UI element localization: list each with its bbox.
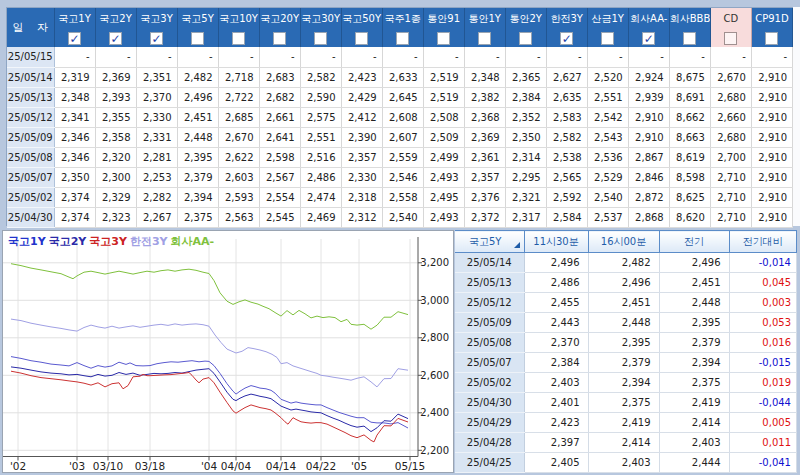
- rate-cell: 2,710: [710, 167, 751, 187]
- quote-table-body: 25/05/142,4962,4822,496-0,01425/05/132,4…: [455, 253, 797, 473]
- checkbox-국고1Y[interactable]: ✓: [68, 32, 81, 45]
- checkbox-국고50Y[interactable]: [355, 32, 368, 45]
- rate-cell: 2,448: [177, 127, 218, 147]
- checkbox-국고2Y[interactable]: ✓: [109, 32, 122, 45]
- rate-cell: 2,582: [546, 127, 587, 147]
- rate-cell: 2,551: [587, 87, 628, 107]
- rate-cell: -: [54, 47, 95, 67]
- chart-y-tick-label: 3,200: [420, 257, 449, 268]
- rate-cell: -: [505, 47, 546, 67]
- rate-cell: 2,374: [54, 207, 95, 227]
- checkbox-통안91[interactable]: [437, 32, 450, 45]
- column-header-국고30Y[interactable]: 국고30Y: [300, 8, 341, 29]
- quote-row: 25/04/252,4052,4032,444-0,041: [455, 453, 797, 473]
- rate-cell: 2,910: [751, 207, 792, 227]
- quote-change-cell: -0,044: [729, 393, 797, 413]
- rate-cell: 2,330: [136, 107, 177, 127]
- checkbox-통안1Y[interactable]: [478, 32, 491, 45]
- rate-cell: 2,384: [505, 87, 546, 107]
- checkbox-국고10Y[interactable]: [232, 32, 245, 45]
- column-header-국고2Y[interactable]: 국고2Y: [95, 8, 136, 29]
- rate-cell: 2,685: [218, 107, 259, 127]
- column-header-회사AA-[interactable]: 회사AA-: [628, 8, 669, 29]
- column-header-회사BBB-[interactable]: 회사BBB-: [669, 8, 710, 29]
- checkbox-CD[interactable]: [724, 32, 737, 45]
- table-row: 25/05/132,3482,3932,3702,4962,7222,6822,…: [7, 87, 793, 107]
- chart-x-tick-label: '04: [201, 460, 218, 472]
- checkbox-국주1종[interactable]: [396, 32, 409, 45]
- rate-cell: 2,670: [710, 67, 751, 87]
- column-header-통안1Y[interactable]: 통안1Y: [464, 8, 505, 29]
- yield-chart-panel: 2,2002,4002,6002,8003,0003,200'02'0303/1…: [2, 230, 454, 473]
- rate-cell: 2,592: [546, 187, 587, 207]
- chart-x-tick-label: 04/04: [221, 460, 252, 472]
- checkbox-회사AA-[interactable]: ✓: [642, 32, 655, 45]
- rate-cell: 2,722: [218, 87, 259, 107]
- quote-1130-cell: 2,486: [524, 273, 588, 293]
- quote-date-cell: 25/04/28: [455, 433, 524, 453]
- rate-cell: 2,451: [177, 107, 218, 127]
- quote-header-4: 전기대비: [729, 231, 797, 253]
- column-header-CP91D[interactable]: CP91D: [751, 8, 792, 29]
- checkbox-CP91D[interactable]: [765, 32, 778, 45]
- column-header-국고5Y[interactable]: 국고5Y: [177, 8, 218, 29]
- column-header-CD[interactable]: CD: [710, 8, 751, 29]
- rate-cell: 2,267: [136, 207, 177, 227]
- column-header-국고50Y[interactable]: 국고50Y: [341, 8, 382, 29]
- date-cell: 25/05/07: [7, 167, 54, 187]
- quote-header-3: 전기: [659, 231, 729, 253]
- quote-date-cell: 25/05/13: [455, 273, 524, 293]
- checkbox-국고20Y[interactable]: [273, 32, 286, 45]
- checkbox-통안2Y[interactable]: [519, 32, 532, 45]
- column-header-국고3Y[interactable]: 국고3Y: [136, 8, 177, 29]
- column-header-국고1Y[interactable]: 국고1Y: [54, 8, 95, 29]
- rate-cell: 2,482: [177, 67, 218, 87]
- quote-change-cell: 0,016: [729, 333, 797, 353]
- quote-prev-cell: 2,414: [659, 413, 729, 433]
- rate-cell: 2,361: [464, 147, 505, 167]
- rate-cell: 2,469: [300, 207, 341, 227]
- column-header-국고10Y[interactable]: 국고10Y: [218, 8, 259, 29]
- rate-cell: 2,608: [382, 107, 423, 127]
- checkbox-국고5Y[interactable]: [191, 32, 204, 45]
- column-header-한전3Y[interactable]: 한전3Y: [546, 8, 587, 29]
- checkbox-회사BBB-[interactable]: [683, 32, 696, 45]
- rate-cell: 2,372: [464, 207, 505, 227]
- checkbox-국고30Y[interactable]: [314, 32, 327, 45]
- rate-cell: 2,375: [177, 207, 218, 227]
- rate-cell: 2,563: [218, 207, 259, 227]
- column-header-통안2Y[interactable]: 통안2Y: [505, 8, 546, 29]
- quote-row: 25/05/132,4862,4962,4510,045: [455, 273, 797, 293]
- quote-prev-cell: 2,419: [659, 393, 729, 413]
- rate-cell: 2,867: [628, 147, 669, 167]
- quote-row: 25/04/302,4012,3752,419-0,044: [455, 393, 797, 413]
- rate-cell: 2,509: [423, 127, 464, 147]
- quote-1600-cell: 2,451: [588, 293, 659, 313]
- rate-cell: 2,394: [177, 187, 218, 207]
- checkbox-cell-한전3Y: ✓: [546, 29, 587, 47]
- column-header-산금1Y[interactable]: 산금1Y: [587, 8, 628, 29]
- column-header-통안91[interactable]: 통안91: [423, 8, 464, 29]
- quote-prev-cell: 2,496: [659, 253, 729, 273]
- rate-cell: 2,661: [259, 107, 300, 127]
- column-header-국고20Y[interactable]: 국고20Y: [259, 8, 300, 29]
- quote-table-panel: 국고5Y11시30분16시00분전기전기대비 25/05/142,4962,48…: [455, 230, 797, 473]
- checkbox-국고3Y[interactable]: ✓: [150, 32, 163, 45]
- rate-cell: 2,939: [628, 87, 669, 107]
- rate-cell: 2,622: [218, 147, 259, 167]
- checkbox-cell-회사BBB-: [669, 29, 710, 47]
- chart-x-tick-label: '03: [69, 460, 85, 472]
- checkbox-cell-CP91D: [751, 29, 792, 47]
- column-header-국주1종[interactable]: 국주1종: [382, 8, 423, 29]
- rate-cell: 2,365: [505, 67, 546, 87]
- quote-1130-cell: 2,455: [524, 293, 588, 313]
- quote-row: 25/05/142,4962,4822,496-0,014: [455, 253, 797, 273]
- checkbox-산금1Y[interactable]: [601, 32, 614, 45]
- rate-cell: 2,370: [136, 87, 177, 107]
- quote-1130-cell: 2,443: [524, 313, 588, 333]
- quote-header-0[interactable]: 국고5Y: [455, 231, 524, 253]
- quote-date-cell: 25/05/09: [455, 313, 524, 333]
- checkbox-한전3Y[interactable]: ✓: [560, 32, 573, 45]
- rate-cell: -: [259, 47, 300, 67]
- rate-cell: 2,319: [54, 67, 95, 87]
